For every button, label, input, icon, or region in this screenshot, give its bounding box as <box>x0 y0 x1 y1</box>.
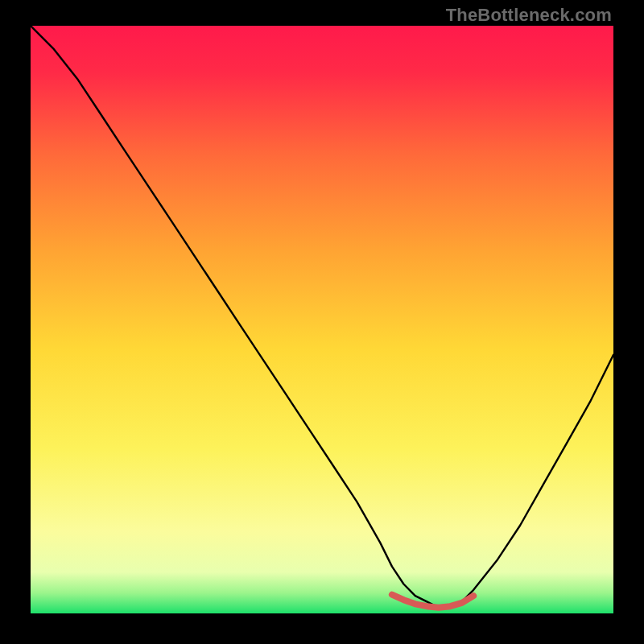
bottleneck-chart <box>31 26 613 613</box>
gradient-background <box>31 26 613 613</box>
source-watermark: TheBottleneck.com <box>446 5 612 26</box>
chart-frame: TheBottleneck.com <box>0 0 644 644</box>
